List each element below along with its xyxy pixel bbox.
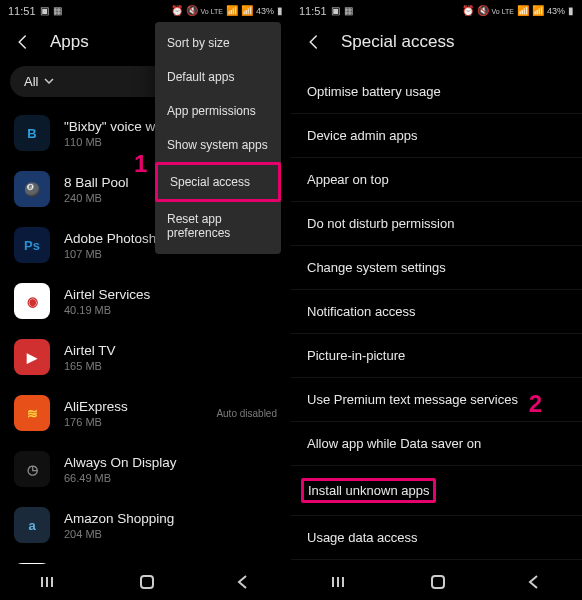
app-icon: B (14, 115, 50, 151)
svg-rect-1 (432, 576, 444, 588)
navbar (291, 564, 582, 600)
app-size: 176 MB (64, 416, 202, 428)
phone-left: 11:51 ▣ ▦ ⏰ 🔇 Vo LTE 📶 📶 43% ▮ Apps All … (0, 0, 291, 600)
signal-icon: 📶 (517, 6, 529, 16)
app-icon: ◉ (14, 283, 50, 319)
recents-icon[interactable] (40, 575, 60, 589)
app-name: AliExpress (64, 399, 202, 414)
app-text: Airtel TV165 MB (64, 343, 277, 372)
menu-item-special-access[interactable]: Special access (155, 162, 281, 202)
back-nav-icon[interactable] (235, 574, 251, 590)
mute-icon: 🔇 (186, 6, 198, 16)
menu-item-app-permissions[interactable]: App permissions (155, 94, 281, 128)
app-name: Amazon Shopping (64, 511, 277, 526)
back-icon[interactable] (14, 33, 32, 51)
app-row[interactable]: ≋AliExpress176 MBAuto disabled (0, 385, 291, 441)
phone-right: 11:51 ▣ ▦ ⏰ 🔇 Vo LTE 📶 📶 43% ▮ Special a… (291, 0, 582, 600)
access-item-do-not-disturb-permission[interactable]: Do not disturb permission (291, 202, 582, 246)
app-size: 165 MB (64, 360, 277, 372)
app-row[interactable]: ◷Always On Display66.49 MB (0, 441, 291, 497)
access-item-optimise-battery-usage[interactable]: Optimise battery usage (291, 70, 582, 114)
app-text: Amazon Shopping204 MB (64, 511, 277, 540)
chevron-down-icon (44, 74, 54, 89)
status-time: 11:51 (8, 5, 36, 17)
recents-icon[interactable] (331, 575, 351, 589)
app-size: 204 MB (64, 528, 277, 540)
app-icon: ≋ (14, 395, 50, 431)
menu-item-reset-app-preferences[interactable]: Reset app preferences (155, 202, 281, 250)
battery-pct: 43% (547, 6, 565, 16)
access-item-notification-access[interactable]: Notification access (291, 290, 582, 334)
app-text: Always On Display66.49 MB (64, 455, 277, 484)
access-item-install-unknown-apps[interactable]: Install unknown apps (291, 466, 582, 516)
access-item-usage-data-access[interactable]: Usage data access (291, 516, 582, 560)
svg-rect-0 (141, 576, 153, 588)
home-icon[interactable] (430, 574, 446, 590)
camera-icon: ▣ (40, 6, 49, 16)
callout-1: 1 (134, 150, 147, 178)
navbar (0, 564, 291, 600)
back-icon[interactable] (305, 33, 323, 51)
status-bar: 11:51 ▣ ▦ ⏰ 🔇 Vo LTE 📶 📶 43% ▮ (0, 0, 291, 22)
app-row[interactable]: ▶Airtel TV165 MB (0, 329, 291, 385)
app-name: Airtel TV (64, 343, 277, 358)
volte-label: Vo LTE (492, 8, 514, 15)
signal-icon: 📶 (241, 6, 253, 16)
access-item-change-system-settings[interactable]: Change system settings (291, 246, 582, 290)
app-text: AliExpress176 MB (64, 399, 202, 428)
filter-label: All (24, 74, 38, 89)
app-size: 40.19 MB (64, 304, 277, 316)
access-item-label: Install unknown apps (301, 478, 436, 503)
battery-icon: ▮ (277, 6, 283, 16)
overflow-menu: Sort by sizeDefault appsApp permissionsS… (155, 22, 281, 254)
screenshot-icon: ▦ (53, 6, 62, 16)
access-item-appear-on-top[interactable]: Appear on top (291, 158, 582, 202)
app-icon: ▶ (14, 339, 50, 375)
back-nav-icon[interactable] (526, 574, 542, 590)
camera-icon: ▣ (331, 6, 340, 16)
menu-item-default-apps[interactable]: Default apps (155, 60, 281, 94)
app-name: Always On Display (64, 455, 277, 470)
app-size: 66.49 MB (64, 472, 277, 484)
app-text: Airtel Services40.19 MB (64, 287, 277, 316)
alarm-icon: ⏰ (462, 6, 474, 16)
app-name: Airtel Services (64, 287, 277, 302)
app-row[interactable]: aAmazon Shopping204 MB (0, 497, 291, 553)
page-title: Apps (50, 32, 89, 52)
signal-icon: 📶 (226, 6, 238, 16)
battery-pct: 43% (256, 6, 274, 16)
app-row[interactable]: ◉Airtel Services40.19 MB (0, 273, 291, 329)
volte-label: Vo LTE (201, 8, 223, 15)
app-extra: Auto disabled (216, 408, 277, 419)
access-item-picture-in-picture[interactable]: Picture-in-picture (291, 334, 582, 378)
app-icon: 🎱 (14, 171, 50, 207)
access-item-allow-app-while-data-saver-on[interactable]: Allow app while Data saver on (291, 422, 582, 466)
battery-icon: ▮ (568, 6, 574, 16)
home-icon[interactable] (139, 574, 155, 590)
status-time: 11:51 (299, 5, 327, 17)
status-bar: 11:51 ▣ ▦ ⏰ 🔇 Vo LTE 📶 📶 43% ▮ (291, 0, 582, 22)
page-title: Special access (341, 32, 454, 52)
app-icon: a (14, 507, 50, 543)
mute-icon: 🔇 (477, 6, 489, 16)
app-icon: Ps (14, 227, 50, 263)
screenshot-icon: ▦ (344, 6, 353, 16)
special-access-list: Optimise battery usageDevice admin appsA… (291, 66, 582, 600)
access-item-device-admin-apps[interactable]: Device admin apps (291, 114, 582, 158)
special-access-header: Special access (291, 22, 582, 66)
alarm-icon: ⏰ (171, 6, 183, 16)
signal-icon: 📶 (532, 6, 544, 16)
menu-item-show-system-apps[interactable]: Show system apps (155, 128, 281, 162)
callout-2: 2 (529, 390, 542, 418)
menu-item-sort-by-size[interactable]: Sort by size (155, 26, 281, 60)
app-icon: ◷ (14, 451, 50, 487)
